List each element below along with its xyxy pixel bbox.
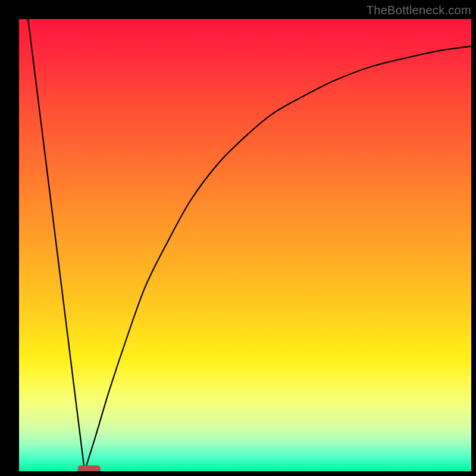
optimum-marker bbox=[78, 465, 101, 471]
right-curve-line bbox=[84, 46, 471, 471]
left-slope-line bbox=[28, 19, 84, 471]
watermark-text: TheBottleneck.com bbox=[367, 4, 471, 17]
plot-area bbox=[19, 19, 471, 471]
chart-frame: TheBottleneck.com bbox=[0, 0, 476, 476]
curve-layer bbox=[19, 19, 471, 471]
